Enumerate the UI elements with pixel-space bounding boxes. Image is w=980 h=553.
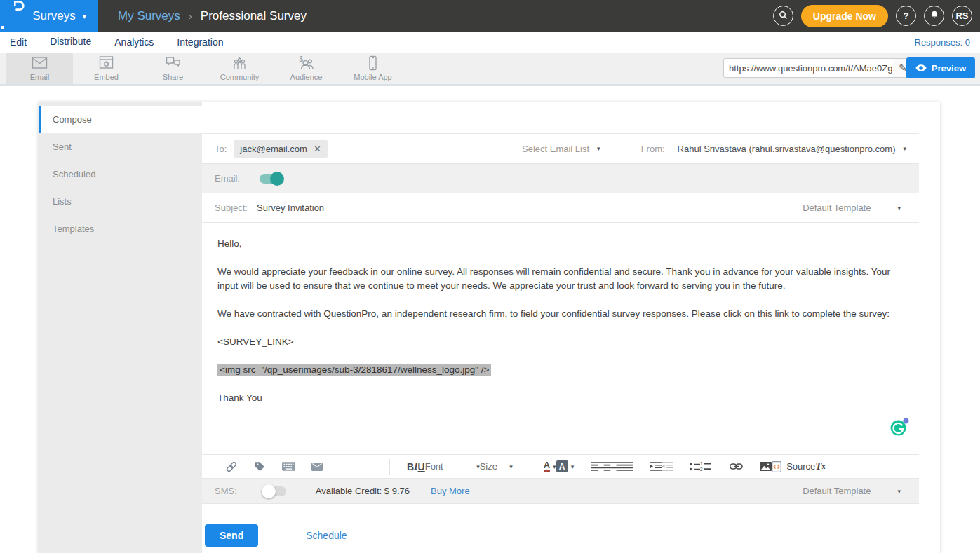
numbered-list-button[interactable]: 12 (700, 462, 711, 471)
subject-value[interactable]: Survey Invitation (257, 203, 324, 213)
select-email-list-label: Select Email List (522, 144, 589, 154)
bell-icon (929, 10, 939, 22)
sidebar-item-lists[interactable]: Lists (39, 188, 202, 215)
chevron-down-icon: ▾ (897, 488, 901, 495)
product-switcher[interactable]: Surveys ▾ (0, 0, 98, 32)
close-icon[interactable]: ✕ (314, 144, 321, 153)
chevron-down-icon: ▾ (83, 13, 86, 20)
send-button[interactable]: Send (205, 524, 258, 547)
search-icon (778, 10, 788, 22)
responses-count[interactable]: Responses: 0 (915, 37, 971, 48)
search-button[interactable] (773, 6, 793, 26)
sms-row: SMS: Available Credit: $ 9.76 Buy More D… (202, 479, 919, 504)
schedule-link[interactable]: Schedule (306, 530, 347, 541)
source-label: Source (786, 461, 815, 472)
align-right-button[interactable] (612, 462, 623, 471)
align-left-button[interactable] (591, 462, 602, 471)
channel-label: Community (220, 73, 260, 81)
sidebar-item-sent[interactable]: Sent (39, 133, 202, 161)
font-dropdown[interactable]: Font ▾ (425, 461, 480, 472)
sidebar-item-compose[interactable]: Compose (39, 106, 202, 133)
channel-label: Email (30, 73, 50, 81)
channel-email[interactable]: Email (6, 53, 73, 84)
channel-community[interactable]: Community (206, 53, 273, 84)
hyperlink-button[interactable] (730, 463, 743, 470)
align-center-button[interactable] (602, 462, 612, 471)
text-color-button[interactable]: A ▾ (528, 460, 556, 472)
channel-label: Audience (290, 73, 323, 81)
tab-edit[interactable]: Edit (10, 36, 27, 48)
available-credit: Available Credit: $ 9.76 (316, 486, 410, 496)
remove-format-button[interactable]: Tx (815, 460, 825, 472)
avatar[interactable]: RS (952, 6, 972, 26)
sidebar-item-scheduled[interactable]: Scheduled (39, 161, 202, 188)
sidebar-item-label: Sent (53, 142, 72, 152)
email-body-editor[interactable]: Hello, We would appreciate your feedback… (202, 223, 919, 455)
bullet-list-button[interactable] (690, 463, 700, 471)
product-label: Surveys (32, 9, 75, 23)
background-color-button[interactable]: A ▾ (556, 460, 575, 472)
email-icon (31, 55, 48, 71)
insert-email-button[interactable] (311, 463, 323, 471)
channel-label: Embed (94, 73, 119, 81)
text-color-a-icon: A (544, 460, 550, 472)
merge-tag-button[interactable] (254, 460, 266, 472)
preview-label: Preview (932, 63, 966, 74)
channel-label: Share (163, 73, 183, 81)
eye-icon (915, 63, 927, 74)
sms-toggle[interactable] (264, 486, 286, 496)
sms-template-dropdown[interactable]: Default Template ▾ (803, 486, 906, 496)
channel-share[interactable]: Share (140, 53, 206, 84)
size-dropdown[interactable]: Size ▾ (480, 461, 513, 472)
channel-label: Mobile App (354, 73, 391, 81)
underline-button[interactable]: U (418, 461, 425, 472)
tab-analytics[interactable]: Analytics (114, 36, 154, 48)
chevron-down-icon: ▾ (571, 463, 575, 470)
help-button[interactable]: ? (896, 6, 916, 26)
mobile-app-icon (364, 55, 382, 71)
source-button[interactable]: Source (772, 461, 815, 472)
send-actions: Send Schedule (202, 524, 919, 547)
questionpro-logo-icon (12, 0, 25, 32)
insert-image-button[interactable] (760, 462, 772, 471)
channel-mobile-app[interactable]: Mobile App (340, 53, 406, 84)
recipient-chip[interactable]: jack@email.com ✕ (234, 140, 327, 158)
survey-link-token: <SURVEY_LINK> (217, 335, 904, 349)
email-sidebar: Compose Sent Scheduled Lists Templates (39, 102, 202, 553)
buy-more-link[interactable]: Buy More (431, 486, 470, 496)
breadcrumb: My Surveys › Professional Survey (118, 9, 307, 23)
notifications-button[interactable] (924, 6, 944, 26)
breadcrumb-my-surveys[interactable]: My Surveys (118, 9, 180, 23)
keyboard-button[interactable] (282, 462, 295, 471)
community-icon (231, 55, 248, 71)
bg-color-a-icon: A (556, 460, 568, 472)
select-email-list-dropdown[interactable]: Select Email List ▾ (522, 144, 600, 154)
subject-row: Subject: Survey Invitation Default Templ… (202, 193, 919, 223)
tab-distribute[interactable]: Distribute (50, 36, 91, 48)
template-selected-label: Default Template (803, 203, 871, 213)
channel-audience[interactable]: $ Audience (273, 53, 340, 84)
email-template-dropdown[interactable]: Default Template ▾ (803, 203, 906, 213)
bold-button[interactable]: B (407, 461, 414, 472)
insert-link-button[interactable] (225, 460, 238, 473)
sidebar-item-templates[interactable]: Templates (39, 215, 202, 243)
grammarly-icon[interactable] (889, 416, 910, 437)
toggle-knob (270, 172, 284, 186)
logo-image-tag-highlighted[interactable]: <img src="/qp_userimages/sub-3/2818617/w… (217, 364, 491, 376)
tab-integration[interactable]: Integration (177, 36, 223, 48)
indent-button[interactable] (650, 462, 662, 471)
preview-button[interactable]: Preview (906, 57, 975, 78)
email-distribution-card: Compose Sent Scheduled Lists Templates T… (39, 102, 940, 553)
outdent-button[interactable] (662, 462, 673, 471)
remove-format-t: T (815, 460, 821, 472)
sms-label: SMS: (215, 486, 237, 496)
recipient-email: jack@email.com (240, 144, 307, 154)
header-actions: Upgrade Now ? RS (773, 5, 980, 27)
from-dropdown[interactable]: Rahul Srivastava (rahul.srivastava@quest… (665, 144, 906, 154)
email-toggle[interactable] (260, 174, 282, 184)
question-mark-icon: ? (904, 11, 909, 21)
upgrade-now-button[interactable]: Upgrade Now (801, 5, 888, 27)
survey-url-input[interactable] (724, 63, 894, 74)
justify-button[interactable] (623, 462, 633, 471)
channel-embed[interactable]: Embed (73, 53, 140, 84)
